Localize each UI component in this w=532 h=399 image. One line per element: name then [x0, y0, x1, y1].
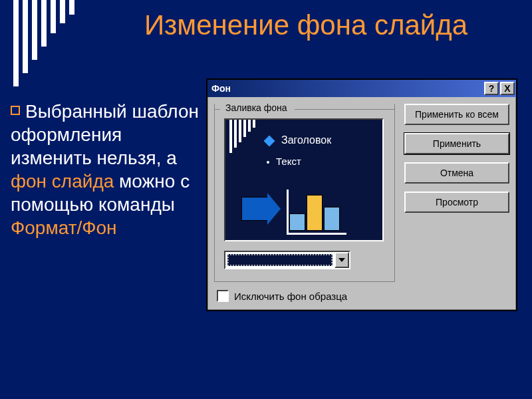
color-dropdown[interactable]: [224, 251, 350, 269]
preview-body-text: Текст: [276, 156, 301, 167]
dialog-title: Фон: [211, 83, 231, 94]
exclude-master-checkbox[interactable]: [217, 290, 229, 302]
dialog-titlebar[interactable]: Фон ? X: [207, 80, 516, 97]
chevron-down-icon: [338, 258, 345, 262]
preview-heading: Заголовок: [281, 134, 331, 146]
help-button[interactable]: ?: [484, 82, 499, 95]
bar-chart-icon: [289, 195, 340, 231]
slide-preview: Заголовок Текст: [224, 118, 384, 241]
apply-button[interactable]: Применить: [404, 133, 509, 154]
close-button[interactable]: X: [500, 82, 515, 95]
fill-groupbox: Заливка фона Заголовок Текст: [214, 104, 395, 282]
slide-corner-stripes: [0, 0, 93, 86]
slide-body-text: Выбранный шаблон оформления изменить нел…: [11, 100, 203, 239]
group-label: Заливка фона: [223, 102, 290, 113]
diamond-bullet-icon: [264, 136, 275, 147]
dot-bullet-icon: [267, 161, 269, 164]
arrow-shape-icon: [241, 193, 281, 225]
slide-title: Изменение фона слайда: [100, 9, 512, 41]
selected-color-swatch: [227, 254, 332, 266]
background-dialog: Фон ? X Заливка фона Заголовок Текст: [206, 78, 517, 311]
dropdown-button[interactable]: [334, 252, 349, 268]
preview-stripes-icon: [229, 120, 255, 153]
apply-all-button[interactable]: Применить ко всем: [404, 104, 509, 125]
preview-button[interactable]: Просмотр: [404, 192, 509, 213]
checkbox-label: Исключить фон образца: [234, 291, 347, 302]
cancel-button[interactable]: Отмена: [404, 162, 509, 184]
bullet-icon: [11, 106, 20, 115]
